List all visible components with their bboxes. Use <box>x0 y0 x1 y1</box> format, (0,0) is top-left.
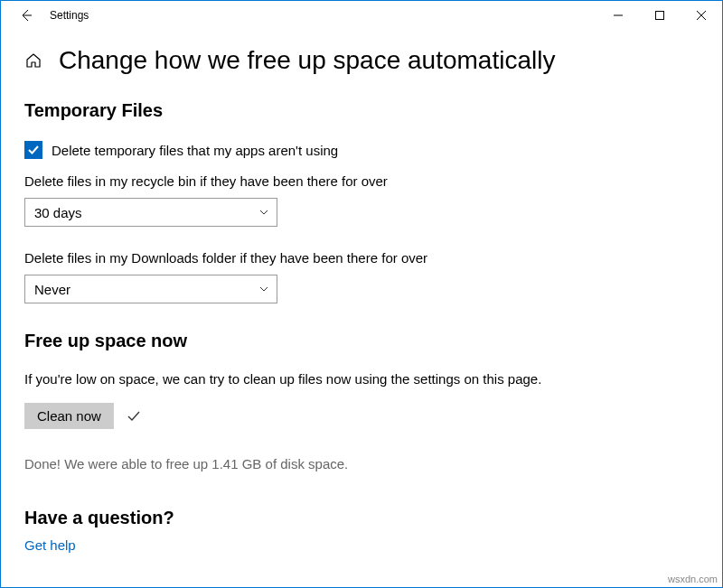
downloads-dropdown[interactable]: Never <box>24 275 277 303</box>
arrow-left-icon <box>19 8 33 23</box>
clean-status-text: Done! We were able to free up 1.41 GB of… <box>24 456 699 471</box>
app-title: Settings <box>50 9 89 22</box>
section-free-up-now: Free up space now <box>24 331 699 351</box>
content-area: Change how we free up space automaticall… <box>1 30 722 587</box>
recycle-bin-value: 30 days <box>34 205 82 220</box>
maximize-button[interactable] <box>639 1 681 30</box>
minimize-button[interactable] <box>597 1 639 30</box>
section-temporary-files: Temporary Files <box>24 100 699 121</box>
page-title: Change how we free up space automaticall… <box>59 46 555 75</box>
get-help-link[interactable]: Get help <box>24 537 699 553</box>
downloads-label: Delete files in my Downloads folder if t… <box>24 250 699 266</box>
window-controls <box>597 1 722 30</box>
recycle-bin-label: Delete files in my recycle bin if they h… <box>24 173 699 189</box>
section-have-question: Have a question? <box>24 508 699 528</box>
downloads-value: Never <box>34 282 70 297</box>
back-button[interactable] <box>19 8 33 23</box>
watermark: wsxdn.com <box>668 574 718 584</box>
clean-now-button[interactable]: Clean now <box>24 403 114 429</box>
checkmark-icon <box>27 144 40 156</box>
chevron-down-icon <box>258 284 269 294</box>
close-icon <box>697 11 706 20</box>
recycle-bin-dropdown[interactable]: 30 days <box>24 198 277 227</box>
titlebar: Settings <box>1 1 722 30</box>
home-icon[interactable] <box>24 51 42 70</box>
minimize-icon <box>614 11 623 20</box>
delete-temp-files-label: Delete temporary files that my apps aren… <box>52 143 338 158</box>
maximize-icon <box>655 11 664 20</box>
free-up-description: If you're low on space, we can try to cl… <box>24 371 699 387</box>
delete-temp-files-checkbox[interactable] <box>24 141 42 159</box>
chevron-down-icon <box>258 207 269 218</box>
close-button[interactable] <box>681 1 722 30</box>
svg-rect-0 <box>656 12 664 20</box>
checkmark-icon <box>127 409 141 424</box>
